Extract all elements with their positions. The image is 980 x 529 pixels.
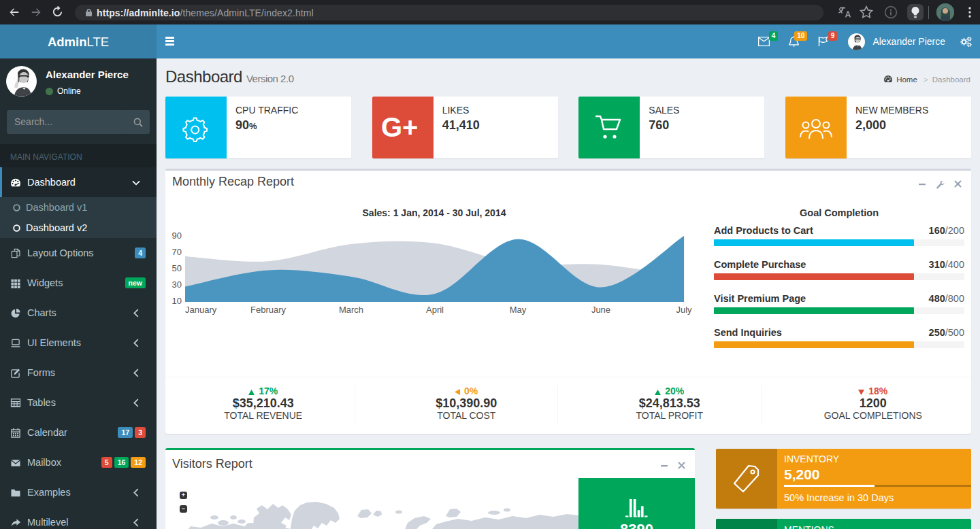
svg-text:30: 30 [172,279,182,290]
svg-text:June: June [591,305,610,315]
svg-text:G+: G+ [382,114,418,141]
svg-text:10: 10 [172,296,182,306]
svg-text:70: 70 [172,247,182,257]
svg-text:March: March [339,305,363,315]
svg-text:May: May [510,305,527,315]
svg-text:April: April [426,305,444,315]
svg-text:July: July [676,305,692,315]
svg-text:February: February [250,305,287,315]
svg-text:50: 50 [172,263,182,273]
svg-text:January: January [185,305,217,315]
svg-text:90: 90 [172,231,182,241]
